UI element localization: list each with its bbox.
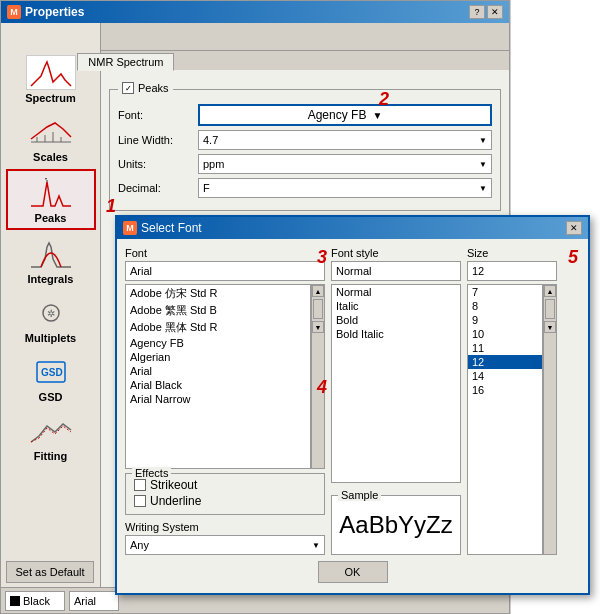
size-list-item-selected[interactable]: 12 — [468, 355, 542, 369]
size-scroll-thumb[interactable] — [545, 299, 555, 319]
dialog-close-button[interactable]: ✕ — [566, 221, 582, 235]
size-col-label: Size — [467, 247, 557, 259]
style-list[interactable]: Normal Italic Bold Bold Italic — [331, 284, 461, 483]
font-button[interactable]: Agency FB ▼ — [198, 104, 492, 126]
style-list-item[interactable]: Bold — [332, 313, 460, 327]
spectrum-icon — [26, 55, 76, 90]
help-button[interactable]: ? — [469, 5, 485, 19]
peaks-icon: ▼ — [26, 175, 76, 210]
font-col-label: Font — [125, 247, 325, 259]
sidebar-item-gsd[interactable]: GSD GSD — [6, 350, 96, 407]
size-list-item[interactable]: 11 — [468, 341, 542, 355]
integrals-icon — [26, 236, 76, 271]
gsd-icon: GSD — [26, 354, 76, 389]
effects-group: Effects Strikeout Underline — [125, 473, 325, 515]
size-scroll-down[interactable]: ▼ — [544, 321, 556, 333]
size-list-item[interactable]: 10 — [468, 327, 542, 341]
multiplets-icon: ✲ — [26, 295, 76, 330]
underline-checkbox[interactable] — [134, 495, 146, 507]
font-select[interactable]: Arial — [69, 591, 119, 611]
color-select[interactable]: Black — [5, 591, 65, 611]
units-label: Units: — [118, 158, 198, 170]
close-button[interactable]: ✕ — [487, 5, 503, 19]
writing-system-arrow: ▼ — [312, 541, 320, 550]
size-list-scrollbar[interactable]: ▲ ▼ — [543, 284, 557, 555]
props-panel: ✓ Peaks Font: Agency FB ▼ Line Width: — [101, 81, 509, 227]
font-list-item[interactable]: Arial — [126, 364, 310, 378]
underline-row: Underline — [134, 494, 316, 508]
dialog-icon: M — [123, 221, 137, 235]
dialog-buttons: OK — [125, 555, 580, 585]
effects-title: Effects — [132, 467, 171, 479]
style-column: Font style Normal Italic Bold Bold Itali… — [331, 247, 461, 555]
units-arrow: ▼ — [479, 160, 487, 169]
decimal-select[interactable]: F ▼ — [198, 178, 492, 198]
sidebar-label-spectrum: Spectrum — [8, 92, 94, 104]
sidebar-item-scales[interactable]: Scales — [6, 110, 96, 167]
font-row: Font: Agency FB ▼ — [118, 104, 492, 126]
units-select[interactable]: ppm ▼ — [198, 154, 492, 174]
font-list-item[interactable]: Arial Black — [126, 378, 310, 392]
sidebar-label-scales: Scales — [8, 151, 94, 163]
underline-label: Underline — [150, 494, 201, 508]
scroll-thumb[interactable] — [313, 299, 323, 319]
decimal-row: Decimal: F ▼ — [118, 178, 492, 198]
scales-icon — [26, 114, 76, 149]
size-list-item[interactable]: 16 — [468, 383, 542, 397]
font-list-item[interactable]: Adobe 仿宋 Std R — [126, 285, 310, 302]
size-list-item[interactable]: 8 — [468, 299, 542, 313]
peaks-checkbox[interactable]: ✓ — [122, 82, 134, 94]
sample-title: Sample — [338, 489, 381, 501]
size-col-input[interactable] — [467, 261, 557, 281]
style-list-item[interactable]: Normal — [332, 285, 460, 299]
size-scroll-up[interactable]: ▲ — [544, 285, 556, 297]
sample-box: Sample AaBbYyZz — [331, 495, 461, 555]
dialog-title-bar: M Select Font ✕ — [117, 217, 588, 239]
line-width-row: Line Width: 4.7 ▼ — [118, 130, 492, 150]
font-list-scrollbar[interactable]: ▲ ▼ — [311, 284, 325, 469]
style-list-item[interactable]: Bold Italic — [332, 327, 460, 341]
dialog-title-text: Select Font — [141, 221, 202, 235]
font-col-input[interactable] — [125, 261, 325, 281]
select-font-dialog: M Select Font ✕ Font Adobe 仿宋 Std R Adob… — [115, 215, 590, 595]
font-column: Font Adobe 仿宋 Std R Adobe 繁黑 Std B Adobe… — [125, 247, 325, 555]
svg-text:✲: ✲ — [47, 308, 55, 319]
writing-system-label: Writing System — [125, 521, 325, 533]
strikethrough-row: Strikeout — [134, 478, 316, 492]
style-list-item[interactable]: Italic — [332, 299, 460, 313]
font-list-item[interactable]: Algerian — [126, 350, 310, 364]
decimal-arrow: ▼ — [479, 184, 487, 193]
style-col-input[interactable] — [331, 261, 461, 281]
sidebar: Spectrum Scales ▼ — [1, 23, 101, 613]
size-list-item[interactable]: 14 — [468, 369, 542, 383]
font-list-item[interactable]: Arial Narrow — [126, 392, 310, 406]
font-list-item[interactable]: Adobe 黑体 Std R — [126, 319, 310, 336]
writing-system-select[interactable]: Any ▼ — [125, 535, 325, 555]
line-width-select[interactable]: 4.7 ▼ — [198, 130, 492, 150]
font-list-item[interactable]: Agency FB — [126, 336, 310, 350]
sidebar-label-multiplets: Multiplets — [8, 332, 94, 344]
dialog-body: Font Adobe 仿宋 Std R Adobe 繁黑 Std B Adobe… — [117, 239, 588, 593]
units-row: Units: ppm ▼ — [118, 154, 492, 174]
tab-nmr-spectrum[interactable]: NMR Spectrum — [77, 53, 174, 71]
ok-button[interactable]: OK — [318, 561, 388, 583]
sidebar-item-peaks[interactable]: ▼ Peaks — [6, 169, 96, 230]
sidebar-item-fitting[interactable]: Fitting — [6, 409, 96, 466]
size-list-item[interactable]: 7 — [468, 285, 542, 299]
app-icon: M — [7, 5, 21, 19]
sidebar-item-integrals[interactable]: Integrals — [6, 232, 96, 289]
scroll-up-btn[interactable]: ▲ — [312, 285, 324, 297]
set-default-button[interactable]: Set as Default — [6, 561, 94, 583]
color-label: Black — [23, 595, 50, 607]
font-list-item[interactable]: Adobe 繁黑 Std B — [126, 302, 310, 319]
sidebar-item-multiplets[interactable]: ✲ Multiplets — [6, 291, 96, 348]
scroll-down-btn[interactable]: ▼ — [312, 321, 324, 333]
sample-text: AaBbYyZz — [339, 511, 452, 539]
title-bar: M Properties ? ✕ — [1, 1, 509, 23]
size-list-item[interactable]: 9 — [468, 313, 542, 327]
sidebar-label-peaks: Peaks — [10, 212, 92, 224]
size-list[interactable]: 7 8 9 10 11 12 14 16 — [467, 284, 543, 555]
font-list[interactable]: Adobe 仿宋 Std R Adobe 繁黑 Std B Adobe 黑体 S… — [125, 284, 311, 469]
strikethrough-checkbox[interactable] — [134, 479, 146, 491]
dialog-columns: Font Adobe 仿宋 Std R Adobe 繁黑 Std B Adobe… — [125, 247, 580, 555]
